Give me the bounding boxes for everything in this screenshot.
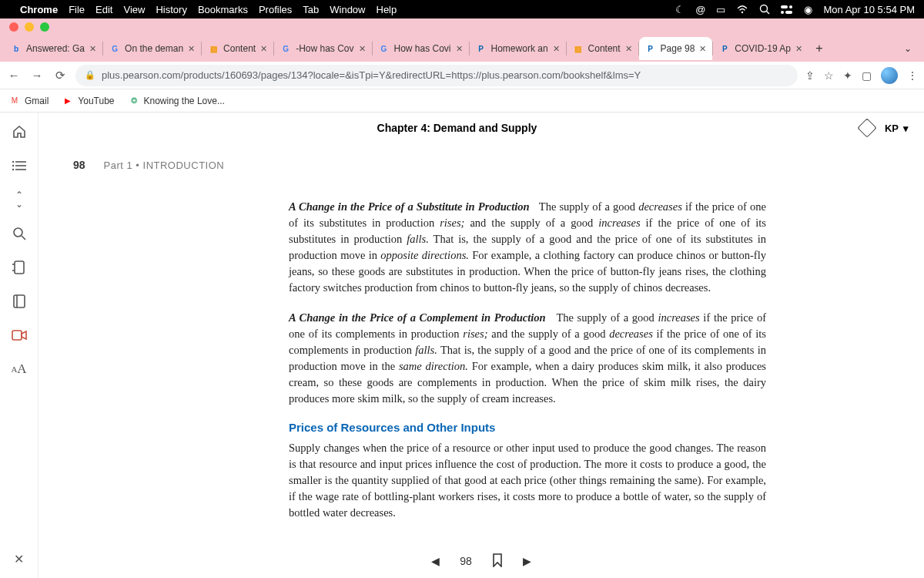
window-controls [0,18,924,35]
tab-close-icon[interactable]: ✕ [625,44,632,54]
tag-icon[interactable] [857,118,876,137]
menu-bookmarks[interactable]: Bookmarks [198,4,248,15]
browser-tab[interactable]: GOn the deman✕ [103,37,201,60]
notebook-icon[interactable] [11,293,28,310]
bookmark-favicon-icon: ❂ [129,96,139,106]
menu-history[interactable]: History [156,4,186,15]
search-tool-icon[interactable] [11,225,28,242]
tab-label: Homework an [491,43,548,54]
search-icon[interactable] [759,4,770,15]
svg-rect-18 [14,295,25,307]
text-size-icon[interactable]: AA [11,361,28,378]
browser-tab[interactable]: PCOVID-19 Ap✕ [713,37,808,60]
bookmark-item[interactable]: ▶YouTube [62,96,114,106]
bookmark-page-icon[interactable] [492,553,503,570]
battery-icon[interactable]: ▭ [716,4,725,15]
menu-profiles[interactable]: Profiles [259,4,292,15]
favicon-icon: G [109,43,120,54]
menu-file[interactable]: File [69,4,85,15]
svg-point-0 [742,12,743,13]
updown-icon[interactable]: ⌃⌄ [11,191,28,208]
next-page-button[interactable]: ▶ [523,555,531,567]
star-icon[interactable]: ☆ [824,69,834,82]
paragraph-resources: Supply changes when the price of a resou… [289,440,766,521]
prev-page-button[interactable]: ◀ [431,555,440,567]
address-bar[interactable]: 🔒 plus.pearson.com/products/160693/pages… [75,65,798,86]
menu-tab[interactable]: Tab [303,4,319,15]
tab-close-icon[interactable]: ✕ [89,44,96,54]
svg-rect-6 [785,11,792,14]
home-icon[interactable] [11,123,28,140]
menu-edit[interactable]: Edit [95,4,112,15]
forward-button[interactable]: → [29,69,45,82]
browser-chrome: bAnswered: Ga✕GOn the deman✕▨Content✕G-H… [0,18,924,62]
browser-tab[interactable]: GHow has Covi✕ [373,37,469,60]
at-icon[interactable]: @ [695,4,705,15]
svg-point-10 [12,161,14,163]
side-panel-icon[interactable]: ▢ [862,69,872,82]
bookmark-label: YouTube [78,96,114,106]
new-tab-button[interactable]: + [808,42,830,55]
tab-label: -How has Cov [296,43,353,54]
control-center-icon[interactable] [781,5,793,14]
menu-window[interactable]: Window [330,4,365,15]
svg-rect-3 [781,5,788,8]
scrubber-icon[interactable] [11,259,28,276]
browser-tab[interactable]: bAnswered: Ga✕ [5,37,102,60]
tab-label: Answered: Ga [26,43,85,54]
share-icon[interactable]: ⇪ [805,69,815,82]
reader-content: Chapter 4: Demand and Supply KP▾ 98 Part… [38,113,924,578]
minimize-window[interactable] [25,22,34,32]
fullscreen-window[interactable] [40,22,49,32]
svg-point-11 [12,165,14,166]
paragraph-complement: A Change in the Price of a Complement in… [289,310,766,407]
profile-avatar[interactable] [881,67,898,84]
running-head: 98 Part 1 • INTRODUCTION [73,159,766,171]
favicon-icon: P [719,43,730,54]
reload-button[interactable]: ⟳ [52,69,68,82]
bookmark-item[interactable]: MGmail [9,96,49,106]
toc-icon[interactable] [11,157,28,174]
tab-close-icon[interactable]: ✕ [359,44,366,54]
page-scroll[interactable]: 98 Part 1 • INTRODUCTION A Change in the… [38,143,924,578]
bookmarks-bar: MGmail▶YouTube❂Knowing the Love... [0,89,924,113]
user-menu[interactable]: KP▾ [885,123,909,134]
tab-close-icon[interactable]: ✕ [699,44,706,54]
tab-close-icon[interactable]: ✕ [188,44,195,54]
clock[interactable]: Mon Apr 10 5:54 PM [823,4,915,15]
browser-tab[interactable]: PPage 98✕ [639,37,713,60]
close-sidebar-icon[interactable]: ✕ [11,550,28,567]
tabs-overflow-button[interactable]: ⌄ [896,43,919,54]
favicon-icon: G [280,43,291,54]
svg-line-2 [767,12,770,15]
wifi-icon[interactable] [736,5,748,14]
browser-tab[interactable]: G-How has Cov✕ [274,37,371,60]
menu-help[interactable]: Help [377,4,397,15]
siri-icon[interactable]: ◉ [804,4,812,15]
tab-close-icon[interactable]: ✕ [456,44,463,54]
page-number-head: 98 [73,159,85,171]
svg-rect-15 [15,261,24,274]
moon-icon[interactable]: ☾ [675,4,685,15]
browser-tab[interactable]: ▨Content✕ [202,37,273,60]
bookmark-label: Knowing the Love... [144,96,225,106]
tab-strip: bAnswered: Ga✕GOn the deman✕▨Content✕G-H… [0,35,924,62]
kebab-menu-icon[interactable]: ⋮ [907,69,918,82]
back-button[interactable]: ← [6,69,22,82]
tab-close-icon[interactable]: ✕ [795,44,802,54]
browser-tab[interactable]: PHomework an✕ [470,37,566,60]
app-name[interactable]: Chrome [20,4,58,15]
tab-label: Page 98 [661,43,695,54]
extensions-icon[interactable]: ✦ [843,69,852,82]
tab-label: COVID-19 Ap [735,43,791,54]
menu-view[interactable]: View [123,4,145,15]
svg-line-14 [22,236,25,240]
close-window[interactable] [9,22,18,32]
browser-tab[interactable]: ▨Content✕ [567,37,638,60]
tab-close-icon[interactable]: ✕ [260,44,267,54]
tab-close-icon[interactable]: ✕ [553,44,560,54]
toolbar: ← → ⟳ 🔒 plus.pearson.com/products/160693… [0,62,924,89]
video-icon[interactable] [11,327,28,344]
svg-rect-20 [12,331,22,340]
bookmark-item[interactable]: ❂Knowing the Love... [129,96,225,106]
